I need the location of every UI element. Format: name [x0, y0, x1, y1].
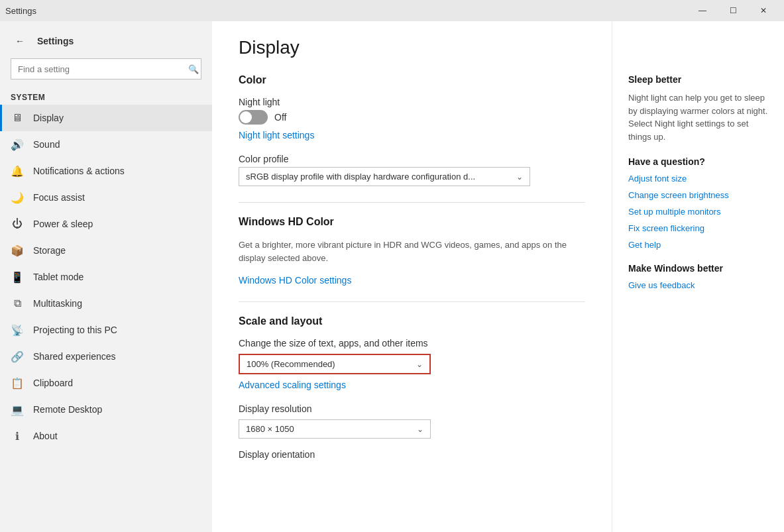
resolution-dropdown[interactable]: 1680 × 1050 ⌄	[239, 419, 431, 439]
sidebar-item-label: Remote Desktop	[33, 404, 102, 415]
night-light-toggle[interactable]	[239, 110, 268, 125]
sidebar-item-label: Display	[33, 113, 64, 123]
sidebar-item-about[interactable]: ℹ About	[0, 423, 212, 449]
resolution-label: Display resolution	[239, 403, 585, 414]
notifications-icon: 🔔	[11, 164, 24, 178]
section-label: System	[0, 87, 212, 105]
size-label: Change the size of text, apps, and other…	[239, 338, 585, 348]
resolution-value: 1680 × 1050	[246, 424, 417, 434]
close-button[interactable]: ✕	[748, 0, 779, 21]
sidebar-item-power[interactable]: ⏻ Power & sleep	[0, 211, 212, 237]
question-link[interactable]: Fix screen flickering	[628, 223, 768, 233]
right-panel: Sleep better Night light can help you ge…	[612, 21, 784, 532]
question-link[interactable]: Get help	[628, 240, 768, 250]
advanced-scaling-link[interactable]: Advanced scaling settings	[239, 380, 585, 390]
sidebar-item-label: Projecting to this PC	[33, 325, 117, 335]
night-light-settings-link[interactable]: Night light settings	[239, 130, 585, 140]
sidebar-item-sound[interactable]: 🔊 Sound	[0, 131, 212, 158]
hd-color-settings-link[interactable]: Windows HD Color settings	[239, 275, 585, 286]
remote-icon: 💻	[11, 403, 24, 416]
divider-1	[239, 202, 585, 203]
sound-icon: 🔊	[11, 138, 24, 151]
search-box: 🔍	[11, 58, 201, 80]
shared-icon: 🔗	[11, 350, 24, 363]
search-icon[interactable]: 🔍	[188, 64, 199, 74]
color-profile-arrow: ⌄	[516, 172, 523, 182]
size-arrow: ⌄	[416, 360, 423, 369]
sidebar-header: ← Settings	[0, 21, 212, 56]
night-light-toggle-row: Off	[239, 110, 585, 125]
color-profile-dropdown[interactable]: sRGB display profile with display hardwa…	[239, 167, 530, 186]
search-input[interactable]	[11, 58, 201, 80]
sidebar-item-display[interactable]: 🖥 Display	[0, 105, 212, 131]
sidebar-item-label: Focus assist	[33, 192, 85, 203]
right-feedback-container: Give us feedback	[628, 280, 768, 290]
title-bar-controls: — ☐ ✕	[687, 0, 779, 21]
sidebar-item-label: About	[33, 431, 58, 441]
maximize-button[interactable]: ☐	[718, 0, 748, 21]
page-title: Display	[239, 37, 585, 58]
multitasking-icon: ⧉	[11, 297, 24, 310]
color-section-heading: Color	[239, 74, 585, 86]
focus-icon: 🌙	[11, 191, 24, 204]
toggle-knob	[240, 111, 252, 123]
sidebar-item-focus[interactable]: 🌙 Focus assist	[0, 184, 212, 211]
night-light-status: Off	[274, 112, 286, 123]
sidebar-item-storage[interactable]: 📦 Storage	[0, 237, 212, 264]
title-bar-title: Settings	[5, 6, 36, 16]
about-icon: ℹ	[11, 429, 24, 443]
scale-heading: Scale and layout	[239, 315, 585, 327]
sidebar-item-label: Notifications & actions	[33, 166, 125, 176]
app-body: ← Settings 🔍 System 🖥 Display 🔊 Sound 🔔 …	[0, 21, 784, 532]
question-link[interactable]: Set up multiple monitors	[628, 207, 768, 217]
size-value: 100% (Recommended)	[247, 359, 416, 369]
nav-items-container: 🖥 Display 🔊 Sound 🔔 Notifications & acti…	[0, 105, 212, 449]
storage-icon: 📦	[11, 244, 24, 257]
have-question-heading: Have a question?	[628, 156, 768, 167]
feedback-link[interactable]: Give us feedback	[628, 280, 768, 290]
sidebar-app-title: Settings	[37, 36, 74, 46]
question-link[interactable]: Adjust font size	[628, 174, 768, 184]
sidebar: ← Settings 🔍 System 🖥 Display 🔊 Sound 🔔 …	[0, 21, 212, 532]
sleep-better-heading: Sleep better	[628, 74, 768, 85]
sidebar-item-shared[interactable]: 🔗 Shared experiences	[0, 343, 212, 370]
hd-color-heading: Windows HD Color	[239, 216, 585, 228]
color-profile-label: Color profile	[239, 154, 585, 164]
title-bar-left: Settings	[5, 6, 36, 16]
clipboard-icon: 📋	[11, 376, 24, 390]
right-links-container: Adjust font sizeChange screen brightness…	[628, 174, 768, 250]
hd-color-description: Get a brighter, more vibrant picture in …	[239, 239, 585, 264]
sidebar-item-label: Multitasking	[33, 298, 82, 309]
sidebar-item-projecting[interactable]: 📡 Projecting to this PC	[0, 317, 212, 343]
tablet-icon: 📱	[11, 270, 24, 284]
minimize-button[interactable]: —	[687, 0, 718, 21]
main-content: Display Color Night light Off Night ligh…	[212, 21, 612, 532]
title-bar: Settings — ☐ ✕	[0, 0, 784, 21]
resolution-arrow: ⌄	[417, 425, 423, 434]
display-icon: 🖥	[11, 111, 24, 125]
back-button[interactable]: ←	[11, 32, 29, 50]
make-windows-better-heading: Make Windows better	[628, 263, 768, 274]
sidebar-item-label: Storage	[33, 245, 66, 256]
sidebar-item-tablet[interactable]: 📱 Tablet mode	[0, 264, 212, 290]
sidebar-item-multitasking[interactable]: ⧉ Multitasking	[0, 290, 212, 317]
sidebar-item-label: Sound	[33, 139, 60, 150]
sidebar-item-notifications[interactable]: 🔔 Notifications & actions	[0, 158, 212, 184]
color-profile-value: sRGB display profile with display hardwa…	[246, 172, 516, 182]
sidebar-item-label: Power & sleep	[33, 219, 93, 229]
sidebar-item-remote[interactable]: 💻 Remote Desktop	[0, 396, 212, 423]
projecting-icon: 📡	[11, 323, 24, 337]
orientation-label: Display orientation	[239, 449, 585, 460]
divider-2	[239, 301, 585, 302]
sidebar-item-label: Tablet mode	[33, 272, 84, 282]
night-light-label: Night light	[239, 97, 585, 107]
sidebar-item-label: Clipboard	[33, 378, 73, 388]
question-link[interactable]: Change screen brightness	[628, 190, 768, 200]
power-icon: ⏻	[11, 217, 24, 231]
sidebar-item-label: Shared experiences	[33, 351, 116, 362]
size-dropdown[interactable]: 100% (Recommended) ⌄	[239, 354, 431, 374]
sleep-better-description: Night light can help you get to sleep by…	[628, 91, 768, 143]
sidebar-item-clipboard[interactable]: 📋 Clipboard	[0, 370, 212, 396]
